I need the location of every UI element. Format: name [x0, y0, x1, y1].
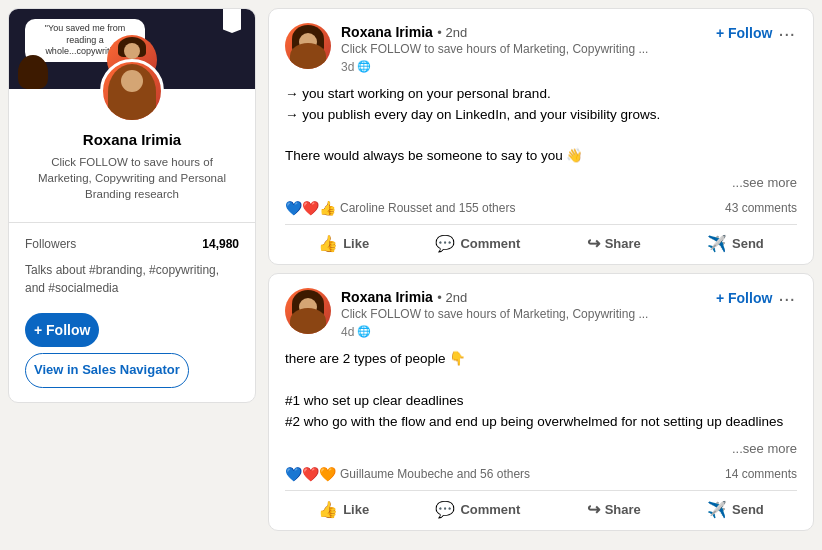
comments-count-2: 14 comments — [725, 467, 797, 481]
comment-icon-2: 💬 — [435, 500, 455, 519]
profile-name: Roxana Irimia — [25, 131, 239, 148]
post-action-bar-2: 👍 Like 💬 Comment ↪ Share ✈️ Send — [285, 491, 797, 530]
post-author-name-1: Roxana Irimia — [341, 24, 433, 40]
send-button-1[interactable]: ✈️ Send — [697, 229, 774, 258]
post-author-line-1: Roxana Irimia • 2nd — [341, 23, 648, 41]
comment-button-2[interactable]: 💬 Comment — [425, 495, 530, 524]
post-follow-button-1[interactable]: + Follow — [716, 25, 772, 41]
like-icon-1: 👍 — [318, 234, 338, 253]
post-author-line-2: Roxana Irimia • 2nd — [341, 288, 648, 306]
share-label-1: Share — [605, 236, 641, 251]
post-line-2-1: there are 2 types of people 👇 — [285, 349, 797, 370]
follow-button[interactable]: + Follow — [25, 313, 99, 347]
post-more-button-2[interactable]: ··· — [776, 288, 797, 308]
post-time-1: 3d 🌐 — [341, 60, 648, 74]
post-more-button-1[interactable]: ··· — [776, 23, 797, 43]
see-more-2[interactable]: ...see more — [285, 441, 797, 456]
post-timeago-1: 3d — [341, 60, 354, 74]
post-header-left-1: Roxana Irimia • 2nd Click FOLLOW to save… — [285, 23, 648, 74]
reactions-row-2: 💙 ❤️ 🧡 Guillaume Moubeche and 56 others … — [285, 462, 797, 491]
globe-icon-1: 🌐 — [357, 60, 371, 73]
post-actions-header-1: + Follow ··· — [716, 23, 797, 43]
post-content-2: there are 2 types of people 👇 #1 who set… — [285, 349, 797, 433]
post-avatar-1 — [285, 23, 331, 69]
post-avatar-body-2 — [290, 308, 326, 334]
post-line-2-3: #2 who go with the flow and end up being… — [285, 412, 797, 433]
tags-text: Talks about #branding, #copywriting, and… — [9, 257, 255, 307]
profile-info: Roxana Irimia Click FOLLOW to save hours… — [9, 131, 255, 214]
share-label-2: Share — [605, 502, 641, 517]
share-button-2[interactable]: ↪ Share — [577, 495, 651, 524]
post-card-1: Roxana Irimia • 2nd Click FOLLOW to save… — [268, 8, 814, 265]
send-label-2: Send — [732, 502, 764, 517]
followers-row: Followers 14,980 — [9, 231, 255, 257]
reaction-names-1: Caroline Rousset and 155 others — [340, 201, 515, 215]
comment-label-1: Comment — [460, 236, 520, 251]
send-label-1: Send — [732, 236, 764, 251]
post-follow-button-2[interactable]: + Follow — [716, 290, 772, 306]
share-button-1[interactable]: ↪ Share — [577, 229, 651, 258]
share-icon-2: ↪ — [587, 500, 600, 519]
post-action-bar-1: 👍 Like 💬 Comment ↪ Share ✈️ Send — [285, 225, 797, 264]
followers-count: 14,980 — [202, 237, 239, 251]
post-header-left-2: Roxana Irimia • 2nd Click FOLLOW to save… — [285, 288, 648, 339]
post-card-2: Roxana Irimia • 2nd Click FOLLOW to save… — [268, 273, 814, 530]
avatar — [100, 59, 164, 123]
emoji-2-1: 💙 — [285, 466, 302, 482]
post-line-1-1: → you start working on your personal bra… — [285, 84, 797, 105]
post-avatar-body-1 — [290, 43, 326, 69]
like-icon-2: 👍 — [318, 500, 338, 519]
comment-button-1[interactable]: 💬 Comment — [425, 229, 530, 258]
comments-count-1: 43 comments — [725, 201, 797, 215]
globe-icon-2: 🌐 — [357, 325, 371, 338]
send-button-2[interactable]: ✈️ Send — [697, 495, 774, 524]
like-button-2[interactable]: 👍 Like — [308, 495, 379, 524]
divider — [9, 222, 255, 223]
sales-navigator-button[interactable]: View in Sales Navigator — [25, 353, 189, 388]
share-icon-1: ↪ — [587, 234, 600, 253]
like-label-2: Like — [343, 502, 369, 517]
post-header-1: Roxana Irimia • 2nd Click FOLLOW to save… — [285, 23, 797, 74]
post-sub-1: Click FOLLOW to save hours of Marketing,… — [341, 42, 648, 58]
post-degree-2: • 2nd — [437, 290, 467, 305]
post-actions-header-2: + Follow ··· — [716, 288, 797, 308]
post-author-name-2: Roxana Irimia — [341, 289, 433, 305]
reaction-emojis-2: 💙 ❤️ 🧡 Guillaume Moubeche and 56 others — [285, 466, 530, 482]
comment-icon-1: 💬 — [435, 234, 455, 253]
profile-desc: Click FOLLOW to save hours of Marketing,… — [25, 154, 239, 202]
emoji-2-3: 🧡 — [319, 466, 336, 482]
reaction-names-2: Guillaume Moubeche and 56 others — [340, 467, 530, 481]
profile-panel: "You saved me from reading a whole...cop… — [8, 8, 256, 403]
reaction-emojis-1: 💙 ❤️ 👍 Caroline Rousset and 155 others — [285, 200, 515, 216]
post-line-1-2: → you publish every day on LinkedIn, and… — [285, 105, 797, 126]
emoji-1: 💙 — [285, 200, 302, 216]
post-header-2: Roxana Irimia • 2nd Click FOLLOW to save… — [285, 288, 797, 339]
comment-label-2: Comment — [460, 502, 520, 517]
post-sub-2: Click FOLLOW to save hours of Marketing,… — [341, 307, 648, 323]
reactions-row-1: 💙 ❤️ 👍 Caroline Rousset and 155 others 4… — [285, 196, 797, 225]
emoji-2: ❤️ — [302, 200, 319, 216]
post-avatar-2 — [285, 288, 331, 334]
post-line-1-3: There would always be someone to say to … — [285, 146, 797, 167]
like-label-1: Like — [343, 236, 369, 251]
post-content-1: → you start working on your personal bra… — [285, 84, 797, 168]
post-degree-1: • 2nd — [437, 25, 467, 40]
see-more-1[interactable]: ...see more — [285, 175, 797, 190]
post-time-2: 4d 🌐 — [341, 325, 648, 339]
like-button-1[interactable]: 👍 Like — [308, 229, 379, 258]
post-meta-1: Roxana Irimia • 2nd Click FOLLOW to save… — [341, 23, 648, 74]
send-icon-2: ✈️ — [707, 500, 727, 519]
bookmark-icon — [223, 9, 241, 33]
post-timeago-2: 4d — [341, 325, 354, 339]
emoji-2-2: ❤️ — [302, 466, 319, 482]
post-meta-2: Roxana Irimia • 2nd Click FOLLOW to save… — [341, 288, 648, 339]
feed-panel: Roxana Irimia • 2nd Click FOLLOW to save… — [268, 8, 814, 542]
avatar-silhouette — [108, 64, 156, 120]
followers-label: Followers — [25, 237, 76, 251]
post-line-2-2: #1 who set up clear deadlines — [285, 391, 797, 412]
send-icon-1: ✈️ — [707, 234, 727, 253]
avatar-wrapper — [9, 59, 255, 123]
emoji-3: 👍 — [319, 200, 336, 216]
